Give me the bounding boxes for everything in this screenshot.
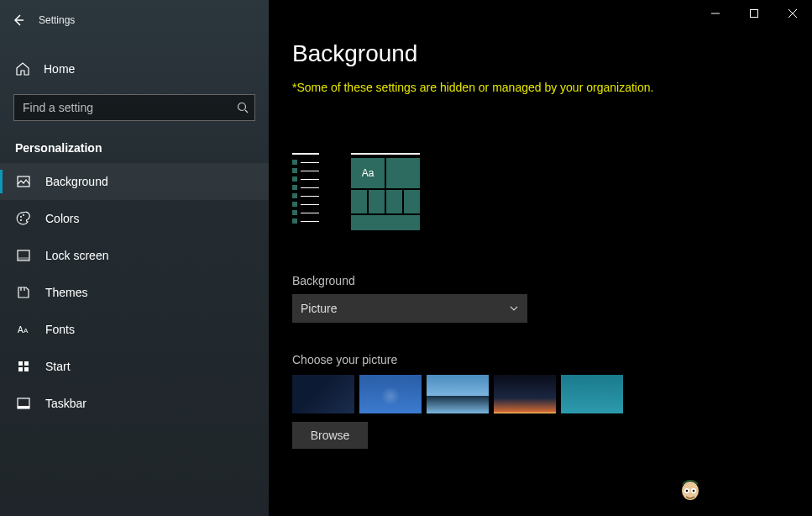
background-dropdown[interactable]: Picture <box>292 294 527 323</box>
image-icon <box>15 174 32 189</box>
palette-icon <box>15 211 32 226</box>
themes-icon <box>15 285 32 300</box>
sidebar-item-label: Background <box>45 175 108 188</box>
svg-point-3 <box>23 214 24 216</box>
sidebar-item-start[interactable]: Start <box>0 348 269 385</box>
svg-text:A: A <box>18 325 24 334</box>
sidebar-item-colors[interactable]: Colors <box>0 200 269 237</box>
arrow-left-icon <box>12 13 25 27</box>
preview-list <box>292 153 319 230</box>
sidebar-item-background[interactable]: Background <box>0 163 269 200</box>
app-title: Settings <box>39 14 75 26</box>
choose-picture-label: Choose your picture <box>292 353 788 366</box>
sidebar-home[interactable]: Home <box>0 52 269 86</box>
maximize-icon <box>749 8 759 18</box>
picture-thumbnail[interactable] <box>427 375 489 413</box>
browse-button-label: Browse <box>311 429 350 442</box>
assistant-avatar-icon <box>676 474 705 508</box>
fonts-icon: AA <box>15 322 32 337</box>
sidebar-home-label: Home <box>44 62 75 76</box>
browse-button[interactable]: Browse <box>292 422 368 449</box>
settings-app: Settings Home Personalization Background <box>0 0 812 516</box>
svg-rect-6 <box>18 257 29 260</box>
svg-rect-10 <box>24 361 29 366</box>
sidebar-item-label: Fonts <box>45 323 75 336</box>
chevron-down-icon <box>509 303 519 313</box>
org-warning: *Some of these settings are hidden or ma… <box>292 81 788 94</box>
picture-thumbnail[interactable] <box>292 375 354 413</box>
background-dropdown-value: Picture <box>301 302 338 315</box>
minimize-button[interactable] <box>696 0 735 27</box>
sidebar-item-themes[interactable]: Themes <box>0 274 269 311</box>
background-field-label: Background <box>292 274 788 287</box>
preview-tiles: Aa <box>351 153 420 230</box>
svg-rect-14 <box>18 406 29 408</box>
section-title: Personalization <box>0 121 269 163</box>
svg-point-0 <box>238 103 246 111</box>
page-title: Background <box>292 40 788 67</box>
svg-rect-9 <box>18 361 23 366</box>
search-input[interactable] <box>13 94 255 121</box>
minimize-icon <box>710 8 720 18</box>
close-button[interactable] <box>773 0 812 27</box>
svg-rect-11 <box>18 367 23 371</box>
lockscreen-icon <box>15 248 32 263</box>
taskbar-icon <box>15 396 32 411</box>
svg-point-4 <box>20 219 22 221</box>
preview-sample-text: Aa <box>351 158 385 188</box>
svg-point-2 <box>20 216 22 218</box>
window-controls <box>696 0 812 27</box>
svg-point-19 <box>686 490 689 492</box>
sidebar-item-label: Colors <box>45 212 79 225</box>
search-wrap <box>13 94 255 121</box>
svg-rect-12 <box>24 367 29 371</box>
sidebar-item-lockscreen[interactable]: Lock screen <box>0 237 269 274</box>
desktop-preview: Aa <box>292 153 788 230</box>
back-button[interactable] <box>5 7 32 34</box>
home-icon <box>15 61 30 76</box>
sidebar-item-label: Lock screen <box>45 249 108 262</box>
sidebar-topbar: Settings <box>0 7 269 34</box>
picture-thumbnail[interactable] <box>359 375 422 413</box>
picture-thumbnail[interactable] <box>494 375 556 413</box>
sidebar-item-fonts[interactable]: AA Fonts <box>0 311 269 348</box>
sidebar-item-label: Themes <box>45 286 88 299</box>
start-icon <box>15 359 32 374</box>
svg-text:A: A <box>24 327 29 334</box>
maximize-button[interactable] <box>735 0 773 27</box>
picture-thumbnails <box>292 375 788 413</box>
search-icon <box>237 102 249 113</box>
close-icon <box>788 8 798 18</box>
svg-rect-15 <box>751 10 758 18</box>
sidebar: Settings Home Personalization Background <box>0 0 269 516</box>
sidebar-item-label: Start <box>45 360 71 373</box>
svg-point-20 <box>693 490 695 492</box>
sidebar-item-label: Taskbar <box>45 397 86 410</box>
picture-thumbnail[interactable] <box>561 375 623 413</box>
sidebar-item-taskbar[interactable]: Taskbar <box>0 385 269 422</box>
content-area: Background *Some of these settings are h… <box>269 0 812 516</box>
